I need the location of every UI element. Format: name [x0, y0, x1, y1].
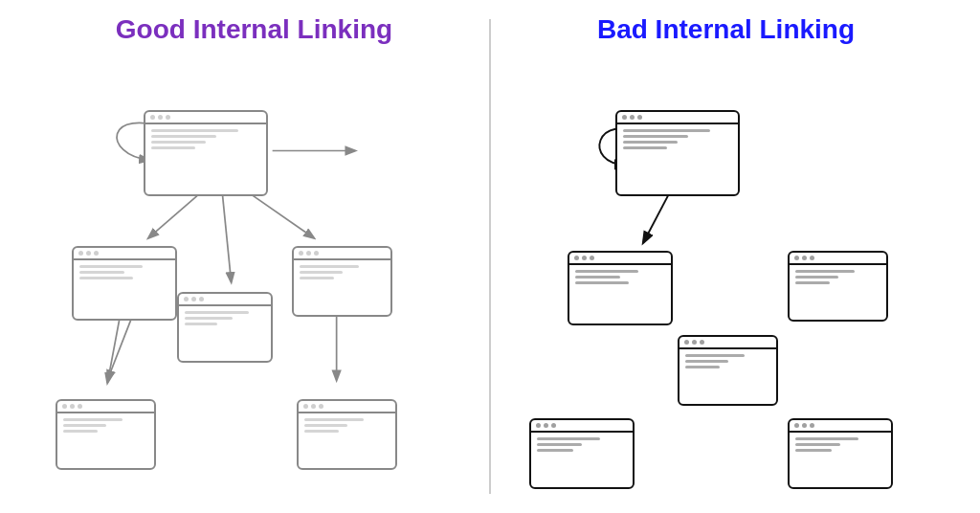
- svg-line-0: [148, 190, 203, 238]
- good-browser-top: [144, 110, 268, 196]
- svg-line-2: [245, 190, 314, 238]
- bad-browser-isolated-4: [788, 418, 893, 489]
- good-diagram: [19, 55, 489, 503]
- bad-diagram: [491, 55, 961, 503]
- bad-browser-top: [615, 110, 740, 196]
- bad-browser-child-left: [568, 251, 673, 325]
- bad-section: Bad Internal Linking: [491, 10, 961, 503]
- good-title: Good Internal Linking: [116, 14, 392, 45]
- bad-browser-isolated-3: [529, 418, 635, 489]
- svg-line-6: [643, 190, 671, 243]
- bad-browser-isolated-2: [678, 335, 778, 406]
- good-browser-bottom-left: [56, 399, 156, 470]
- good-browser-right: [292, 246, 392, 317]
- bad-browser-isolated-1: [788, 251, 888, 322]
- good-browser-middle: [177, 292, 273, 363]
- main-container: Good Internal Linking: [0, 0, 980, 513]
- good-section: Good Internal Linking: [19, 10, 489, 503]
- good-browser-left: [72, 246, 177, 321]
- bad-title: Bad Internal Linking: [597, 14, 855, 45]
- svg-line-1: [222, 190, 232, 282]
- good-browser-bottom-right: [297, 399, 397, 470]
